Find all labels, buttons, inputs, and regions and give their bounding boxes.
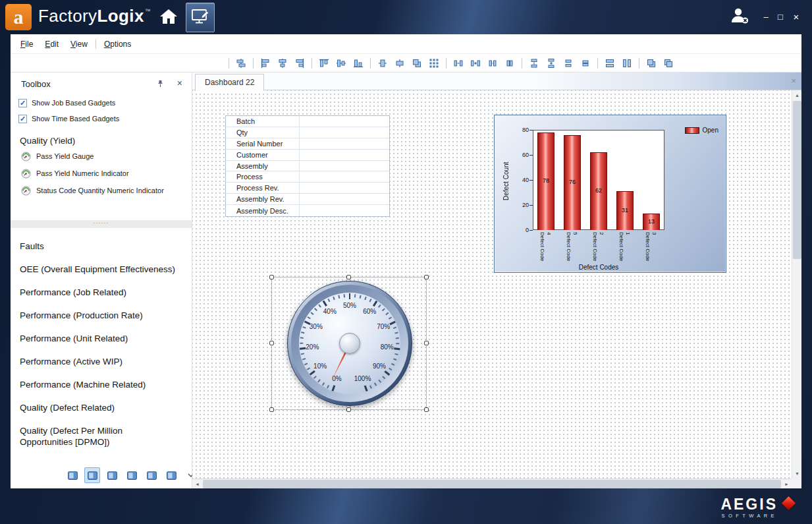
gauge-tick-label: 50%	[338, 302, 361, 310]
menu-item-file[interactable]: File	[14, 37, 39, 51]
toolbox-category[interactable]: Performance (Active WIP)	[11, 350, 187, 373]
equal-horizontal-spacing-icon[interactable]	[451, 56, 466, 71]
gauge-gadget[interactable]: 0%10%20%30%40%50%60%70%80%90%100%	[287, 281, 412, 406]
gadget-view-icon-6[interactable]	[163, 467, 179, 483]
document-close-icon[interactable]: ×	[791, 76, 796, 86]
toolbox-gadget-item[interactable]: Pass Yield Gauge	[11, 148, 192, 165]
scroll-up-icon[interactable]: ▲	[792, 90, 802, 100]
dashboard-designer-icon	[191, 8, 209, 28]
equal-vertical-spacing-icon[interactable]	[527, 56, 541, 71]
decrease-vertical-spacing-icon[interactable]	[561, 56, 576, 71]
design-canvas[interactable]: BatchQtySerial NumberCustomerAssemblyPro…	[192, 90, 792, 479]
gauge-tick	[354, 294, 356, 297]
center-horizontally-icon[interactable]	[375, 56, 390, 71]
table-row: Customer	[226, 150, 389, 161]
toolbox-category[interactable]: Performance (Production Rate)	[11, 304, 187, 327]
scroll-right-icon[interactable]: ►	[782, 479, 792, 489]
vertical-scrollbar[interactable]: ▲ ▼	[792, 90, 801, 479]
vertical-scroll-thumb[interactable]	[793, 101, 801, 259]
scroll-left-icon[interactable]: ◄	[192, 479, 202, 489]
selection-handle-e[interactable]	[424, 341, 429, 345]
close-button[interactable]: ×	[790, 11, 803, 23]
table-row-value	[300, 150, 389, 160]
make-same-height-icon[interactable]	[620, 56, 634, 71]
size-to-grid-icon[interactable]	[427, 56, 441, 71]
brand-logix: Logix	[97, 6, 144, 26]
selection-handle-n[interactable]	[346, 275, 351, 279]
gadget-view-icon-3[interactable]	[104, 467, 120, 483]
gadget-view-icon-5[interactable]	[144, 467, 159, 483]
checkbox-row-2[interactable]: ✓Show Time Based Gadgets	[11, 111, 192, 127]
toolbox-category[interactable]: Faults	[11, 235, 187, 258]
bar-value-label: 78	[543, 177, 549, 184]
user-logout-button[interactable]	[729, 6, 751, 27]
tab-dashboard-22[interactable]: Dashboard 22	[195, 74, 264, 91]
selection-handle-w[interactable]	[269, 341, 274, 345]
table-gadget[interactable]: BatchQtySerial NumberCustomerAssemblyPro…	[225, 115, 390, 217]
selection-handle-nw[interactable]	[269, 275, 274, 279]
selection-handle-s[interactable]	[346, 407, 351, 412]
align-middles-icon[interactable]	[334, 56, 348, 71]
maximize-button[interactable]: □	[774, 11, 787, 23]
toolbox-category[interactable]: OEE (Overall Equipment Effectiveness)	[11, 258, 187, 281]
toolbar	[11, 54, 801, 73]
toolbox-category[interactable]: Performance (Machine Related)	[11, 373, 187, 396]
remove-vertical-spacing-icon[interactable]	[578, 56, 593, 71]
increase-horizontal-spacing-icon[interactable]	[468, 56, 483, 71]
bar-chart-gadget[interactable]: Defect Count Defect Codes Open 020406080…	[494, 115, 726, 273]
toolbox-category[interactable]: Performance (Job Related)	[11, 281, 187, 304]
menu-item-view[interactable]: View	[65, 37, 94, 51]
selection-handle-ne[interactable]	[424, 275, 429, 279]
pin-icon[interactable]	[157, 80, 164, 90]
make-same-size-icon[interactable]	[410, 56, 424, 71]
bring-to-front-icon[interactable]	[644, 56, 659, 71]
toolbox-category[interactable]: Quality (Defect Per Million Opportunitie…	[11, 419, 187, 453]
toolbox-close-icon[interactable]: ×	[177, 78, 182, 88]
gadget-view-icon-4[interactable]	[124, 467, 140, 483]
gauge-tick	[308, 316, 311, 319]
table-row-label: Assembly Desc.	[226, 205, 300, 216]
toolbox-category[interactable]: Performance (Unit Related)	[11, 327, 187, 350]
horizontal-scroll-thumb[interactable]	[203, 480, 781, 488]
gauge-tick-label: 40%	[319, 308, 341, 316]
gauge-center-knob	[339, 333, 360, 354]
remove-horizontal-spacing-icon[interactable]	[502, 56, 517, 71]
gauge-gadget-icon	[21, 152, 31, 161]
send-to-back-icon[interactable]	[661, 56, 676, 71]
increase-vertical-spacing-icon[interactable]	[544, 56, 558, 71]
align-left-edges-icon[interactable]	[258, 56, 273, 71]
menu-item-edit[interactable]: Edit	[39, 37, 65, 51]
gauge-tick	[394, 332, 398, 334]
home-button[interactable]	[156, 3, 181, 32]
gauge-tick	[301, 332, 304, 334]
make-same-width-icon[interactable]	[603, 56, 617, 71]
checkbox-row-1[interactable]: ✓Show Job Based Gadgets	[11, 95, 192, 111]
center-vertically-icon[interactable]	[392, 56, 407, 71]
table-row-label: Assembly	[226, 161, 300, 171]
gauge-gadget-selection[interactable]: 0%10%20%30%40%50%60%70%80%90%100%	[271, 277, 427, 410]
gauge-tick	[389, 316, 392, 319]
align-right-edges-icon[interactable]	[292, 56, 307, 71]
table-row: Assembly Rev.	[226, 194, 389, 205]
table-row: Batch	[226, 116, 389, 127]
snap-to-gridlines-icon[interactable]	[234, 56, 248, 71]
minimize-button[interactable]: –	[759, 11, 772, 23]
toolbox-gadget-item[interactable]: Status Code Quantity Numeric Indicator	[11, 182, 192, 199]
dashboard-designer-button[interactable]	[186, 3, 215, 32]
align-bottom-edges-icon[interactable]	[351, 56, 365, 71]
user-icon	[729, 16, 750, 28]
scroll-down-icon[interactable]: ▼	[792, 469, 802, 479]
toolbox-gadget-item[interactable]: Pass Yield Numeric Indicator	[11, 165, 192, 182]
decrease-horizontal-spacing-icon[interactable]	[485, 56, 500, 71]
menu-item-options[interactable]: Options	[98, 37, 137, 51]
table-row-label: Process Rev.	[226, 183, 300, 193]
selection-handle-sw[interactable]	[269, 407, 274, 412]
toolbox-category[interactable]: Quality (Defect Related)	[11, 396, 187, 419]
toolbox-splitter[interactable]: ······	[11, 220, 192, 228]
horizontal-scrollbar[interactable]: ◄ ►	[192, 479, 792, 488]
gadget-view-icon-2[interactable]	[84, 467, 100, 483]
selection-handle-se[interactable]	[424, 407, 429, 412]
align-top-edges-icon[interactable]	[317, 56, 331, 71]
gadget-view-icon-1[interactable]	[65, 467, 80, 483]
align-centers-horizontally-icon[interactable]	[275, 56, 290, 71]
